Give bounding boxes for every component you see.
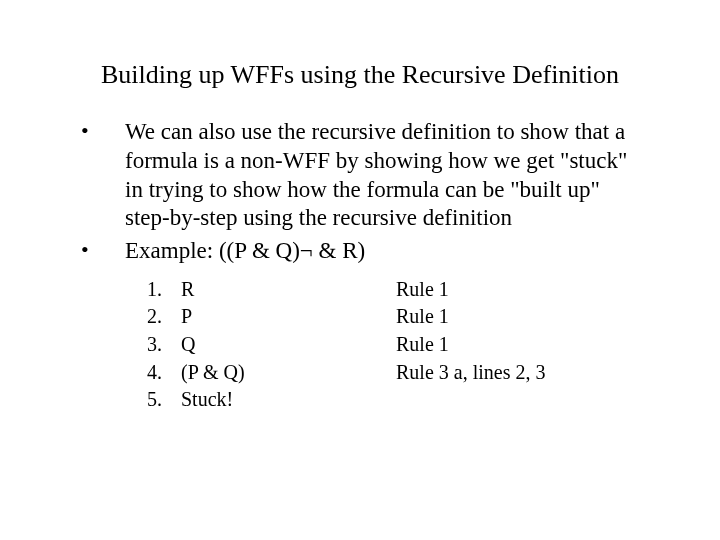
step-number: 5.: [147, 386, 181, 414]
step-formula: P: [181, 303, 396, 331]
step-formula: R: [181, 276, 396, 304]
step-row: 4. (P & Q) Rule 3 a, lines 2, 3: [147, 359, 645, 387]
step-row: 1. R Rule 1: [147, 276, 645, 304]
step-number: 3.: [147, 331, 181, 359]
bullet-item: • We can also use the recursive definiti…: [75, 118, 645, 233]
step-row: 2. P Rule 1: [147, 303, 645, 331]
bullet-text: Example: ((P & Q)¬ & R): [125, 237, 645, 266]
step-rule: [396, 386, 645, 414]
step-rule: Rule 1: [396, 276, 645, 304]
bullet-item: • Example: ((P & Q)¬ & R): [75, 237, 645, 266]
step-rule: Rule 3 a, lines 2, 3: [396, 359, 645, 387]
step-row: 5. Stuck!: [147, 386, 645, 414]
bullet-text: We can also use the recursive definition…: [125, 118, 645, 233]
step-formula: (P & Q): [181, 359, 396, 387]
slide-title: Building up WFFs using the Recursive Def…: [75, 60, 645, 90]
main-bullet-list: • We can also use the recursive definiti…: [75, 118, 645, 266]
step-rule: Rule 1: [396, 303, 645, 331]
step-number: 1.: [147, 276, 181, 304]
step-formula: Stuck!: [181, 386, 396, 414]
numbered-steps: 1. R Rule 1 2. P Rule 1 3. Q Rule 1 4. (…: [147, 276, 645, 414]
step-rule: Rule 1: [396, 331, 645, 359]
step-row: 3. Q Rule 1: [147, 331, 645, 359]
step-number: 2.: [147, 303, 181, 331]
step-formula: Q: [181, 331, 396, 359]
bullet-marker: •: [75, 237, 125, 266]
bullet-marker: •: [75, 118, 125, 233]
step-number: 4.: [147, 359, 181, 387]
